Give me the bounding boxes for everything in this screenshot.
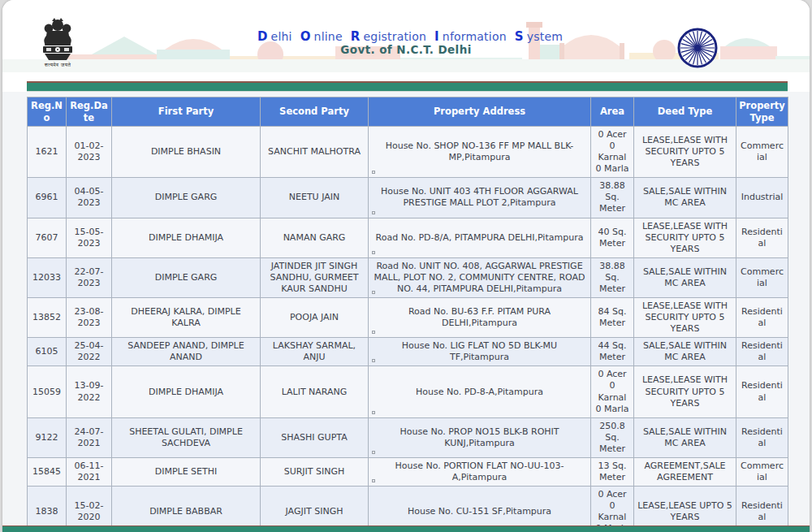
- address-text: House No. SHOP NO-136 FF MP MALL BLK-MP,…: [386, 141, 574, 162]
- address-marker-icon: [372, 451, 375, 454]
- table-header: Reg.NoReg.DateFirst PartySecond PartyPro…: [28, 97, 788, 127]
- cell-second-party: SURJIT SINGH: [261, 457, 369, 486]
- title-word: nformation: [443, 30, 507, 43]
- column-header: Property Type: [736, 97, 788, 127]
- cell-first-party: SANDEEP ANAND, DIMPLE ANAND: [112, 338, 261, 366]
- cell-area: 84 Sq. Meter: [591, 298, 634, 338]
- content-area: Reg.NoReg.DateFirst PartySecond PartyPro…: [2, 92, 810, 526]
- cell-address: Road No. BU-63 F.F. PITAM PURA DELHI,Pit…: [369, 298, 591, 338]
- cell-first-party: DHEERAJ KALRA, DIMPLE KALRA: [112, 298, 261, 338]
- title-initial: D: [257, 29, 268, 44]
- table-row: 912224-07-2021SHEETAL GULATI, DIMPLE SAC…: [28, 417, 788, 457]
- cell-reg-date: 01-02-2023: [67, 127, 112, 178]
- address-marker-icon: [372, 359, 375, 362]
- cell-property-type: Commercial: [736, 457, 788, 486]
- address-marker-icon: [372, 171, 375, 174]
- address-text: House No. PD-8-A,Pitampura: [416, 387, 543, 397]
- teal-divider-bar: [27, 81, 788, 92]
- cell-reg-date: 13-09-2022: [67, 366, 112, 417]
- table-row: 1584506-11-2021DIMPLE SETHISURJIT SINGHH…: [28, 457, 788, 486]
- cell-deed-type: SALE,SALE WITHIN MC AREA: [634, 257, 736, 297]
- cell-address: House No. PROP NO15 BLK-B ROHIT KUNJ,Pit…: [369, 417, 591, 457]
- column-header: First Party: [112, 97, 261, 127]
- cell-property-type: Commercial: [736, 127, 788, 178]
- cell-second-party: SHASHI GUPTA: [261, 417, 369, 457]
- cell-property-type: Residential: [736, 218, 788, 257]
- cell-address: House No. PD-8-A,Pitampura: [369, 366, 591, 417]
- table-row: 1505913-09-2022DIMPLE DHAMIJALALIT NARAN…: [28, 366, 788, 417]
- table-row: 610525-04-2022SANDEEP ANAND, DIMPLE ANAN…: [28, 338, 788, 366]
- cell-reg-no: 15845: [28, 457, 67, 486]
- cell-second-party: NEETU JAIN: [261, 178, 369, 218]
- cell-deed-type: SALE,SALE WITHIN MC AREA: [634, 338, 736, 366]
- cell-reg-date: 04-05-2023: [67, 178, 112, 218]
- cell-deed-type: LEASE,LEASE WITH SECURITY UPTO 5 YEARS: [634, 218, 736, 257]
- cell-address: House No. LIG FLAT NO 5D BLK-MU TF,Pitam…: [369, 338, 591, 366]
- cell-deed-type: LEASE,LEASE WITH SECURITY UPTO 5 YEARS: [634, 298, 736, 338]
- table-row: 760715-05-2023DIMPLE DHAMIJANAMAN GARGRo…: [28, 218, 788, 257]
- cell-address: House No. UNIT 403 4TH FLOOR AGGARWAL PR…: [369, 178, 591, 218]
- cell-area: 38.88 Sq. Meter: [591, 257, 634, 297]
- cell-deed-type: SALE,SALE WITHIN MC AREA: [634, 417, 736, 457]
- table-row: 162101-02-2023DIMPLE BHASINSANCHIT MALHO…: [28, 127, 788, 178]
- cell-address: Road No. PD-8/A, PITAMPURA DELHI,Pitampu…: [369, 218, 591, 257]
- address-text: House No. CU-151 SF,Pitampura: [408, 506, 551, 517]
- title-word: ystem: [527, 30, 563, 43]
- cell-first-party: DIMPLE BHASIN: [112, 127, 261, 178]
- address-marker-icon: [372, 331, 375, 334]
- bottom-teal-bar: [2, 526, 810, 532]
- cell-reg-date: 15-05-2023: [67, 218, 112, 257]
- cell-property-type: Industrial: [736, 178, 788, 218]
- cell-area: 0 Acer 0 Karnal 0 Marla: [591, 366, 634, 417]
- address-text: House No. UNIT 403 4TH FLOOR AGGARWAL PR…: [381, 186, 578, 208]
- table-row: 696104-05-2023DIMPLE GARGNEETU JAINHouse…: [28, 178, 788, 218]
- cell-area: 13 Sq. Meter: [591, 457, 634, 486]
- cell-reg-no: 13852: [28, 298, 67, 338]
- cell-reg-no: 6961: [28, 178, 67, 218]
- address-text: House No. LIG FLAT NO 5D BLK-MU TF,Pitam…: [402, 340, 557, 362]
- table-row: 1203322-07-2023DIMPLE GARGJATINDER JIT S…: [28, 257, 788, 297]
- column-header: Deed Type: [634, 97, 736, 127]
- cell-reg-no: 6105: [28, 338, 67, 366]
- cell-reg-date: 22-07-2023: [67, 257, 112, 297]
- cell-property-type: Residential: [736, 417, 788, 457]
- cell-address: House No. PORTION FLAT NO-UU-103-A,Pitam…: [369, 457, 591, 486]
- address-marker-icon: [372, 291, 375, 294]
- cell-second-party: JATINDER JIT SINGH SANDHU, GURMEET KAUR …: [261, 257, 369, 297]
- cell-first-party: DIMPLE GARG: [112, 178, 261, 218]
- cell-area: 0 Acer 0 Karnal 0 Marla: [591, 127, 634, 178]
- column-header: Reg.Date: [67, 97, 112, 127]
- address-text: Road No. UNIT NO. 408, AGGARWAL PRESTIGE…: [374, 261, 585, 294]
- address-text: House No. PORTION FLAT NO-UU-103-A,Pitam…: [395, 461, 564, 482]
- cell-area: 40 Sq. Meter: [591, 218, 634, 257]
- table-body: 162101-02-2023DIMPLE BHASINSANCHIT MALHO…: [28, 127, 788, 532]
- address-marker-icon: [372, 479, 375, 482]
- emblem-caption: सत्यमेव जयते: [37, 62, 79, 68]
- title-word: egistration: [364, 30, 427, 43]
- cell-reg-no: 1621: [28, 127, 67, 178]
- cell-area: 250.8 Sq. Meter: [591, 417, 634, 457]
- cell-reg-date: 06-11-2021: [67, 457, 112, 486]
- cell-first-party: SHEETAL GULATI, DIMPLE SACHDEVA: [112, 417, 261, 457]
- cell-property-type: Commercial: [736, 257, 788, 297]
- title-initial: R: [351, 29, 361, 44]
- cell-deed-type: LEASE,LEASE WITH SECURITY UPTO 5 YEARS: [634, 366, 736, 417]
- cell-deed-type: SALE,SALE WITHIN MC AREA: [634, 178, 736, 218]
- cell-property-type: Residential: [736, 338, 788, 366]
- column-header: Property Address: [369, 97, 591, 127]
- cell-first-party: DIMPLE SETHI: [112, 457, 261, 486]
- cell-reg-no: 9122: [28, 417, 67, 457]
- address-marker-icon: [372, 251, 375, 254]
- cell-reg-no: 15059: [28, 366, 67, 417]
- cell-second-party: LALIT NARANG: [261, 366, 369, 417]
- cell-area: 38.88 Sq. Meter: [591, 178, 634, 218]
- title-word: elhi: [271, 30, 292, 43]
- header: सत्यमेव जयते DelhiOnlineRegistrationInfo…: [2, 0, 810, 77]
- title-initial: O: [300, 29, 311, 44]
- page: सत्यमेव जयते DelhiOnlineRegistrationInfo…: [2, 0, 810, 532]
- table-header-row: Reg.NoReg.DateFirst PartySecond PartyPro…: [28, 97, 788, 127]
- cell-reg-date: 25-04-2022: [67, 338, 112, 366]
- cell-reg-date: 24-07-2021: [67, 417, 112, 457]
- ashoka-chakra-icon: [676, 27, 719, 69]
- cell-first-party: DIMPLE DHAMIJA: [112, 366, 261, 417]
